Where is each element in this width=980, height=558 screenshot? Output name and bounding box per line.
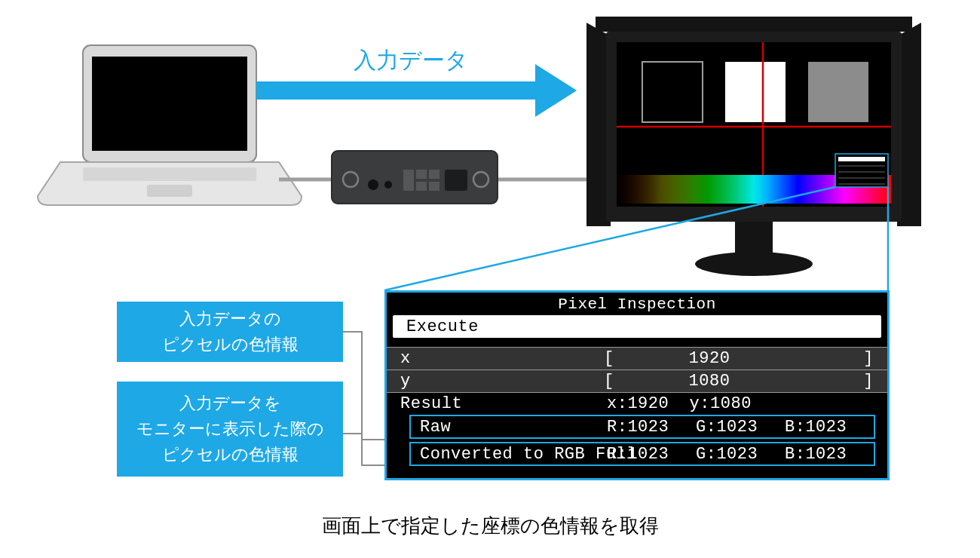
- svg-rect-1: [92, 57, 247, 151]
- raw-data-label-box: 入力データの ピクセルの色情報: [117, 302, 343, 362]
- label-line: ピクセルの色情報: [123, 442, 337, 468]
- result-label: Result: [400, 394, 607, 413]
- label-line: 入力データの: [123, 306, 337, 332]
- svg-rect-12: [416, 182, 427, 191]
- pixel-inspection-osd: Pixel Inspection Execute x [ 1920 ] y [ …: [384, 290, 890, 480]
- raw-result-row: Raw R:1023 G:1023 B:1023: [409, 415, 875, 439]
- converted-result-row: Converted to RGB Full R:1023 G:1023 B:10…: [409, 442, 875, 466]
- svg-rect-11: [416, 170, 427, 179]
- raw-label: Raw: [420, 418, 607, 437]
- converted-data-label-box: 入力データを モニターに表示した際の ピクセルの色情報: [117, 382, 343, 477]
- label-line: ピクセルの色情報: [123, 332, 337, 357]
- osd-title: Pixel Inspection: [387, 293, 887, 315]
- y-row[interactable]: y [ 1080 ]: [387, 369, 887, 392]
- svg-marker-5: [535, 64, 577, 117]
- svg-point-23: [695, 252, 813, 276]
- x-label: x: [400, 349, 604, 368]
- svg-rect-2: [83, 167, 256, 181]
- y-value: 1080: [634, 372, 785, 391]
- svg-rect-14: [429, 182, 439, 191]
- laptop-icon: [38, 45, 302, 205]
- bracket-icon: [: [604, 372, 634, 391]
- svg-rect-15: [445, 170, 467, 191]
- bracket-icon: ]: [785, 372, 874, 391]
- raw-b-value: B:1023: [785, 418, 847, 437]
- label-line: モニターに表示した際の: [123, 416, 337, 442]
- converter-box-icon: [332, 151, 498, 204]
- conv-r-value: R:1023: [607, 445, 696, 464]
- conv-g-value: G:1023: [696, 445, 785, 464]
- x-row[interactable]: x [ 1920 ]: [387, 347, 887, 369]
- raw-g-value: G:1023: [696, 418, 785, 437]
- svg-rect-32: [838, 157, 885, 161]
- result-row: Result x:1920 y:1080: [387, 392, 887, 415]
- svg-rect-3: [147, 185, 192, 197]
- execute-button[interactable]: Execute: [393, 315, 881, 338]
- svg-rect-13: [429, 170, 439, 179]
- svg-rect-4: [256, 81, 535, 100]
- svg-rect-22: [735, 222, 773, 256]
- svg-rect-25: [725, 62, 786, 122]
- svg-rect-19: [596, 17, 912, 32]
- bracket-icon: [: [604, 349, 634, 368]
- converted-label: Converted to RGB Full: [420, 445, 607, 464]
- svg-rect-10: [403, 170, 414, 191]
- conv-b-value: B:1023: [785, 445, 847, 464]
- monitor-icon: [586, 17, 921, 276]
- y-label: y: [400, 372, 604, 391]
- label-line: 入力データを: [123, 391, 337, 416]
- raw-r-value: R:1023: [607, 418, 696, 437]
- svg-rect-26: [808, 62, 868, 122]
- svg-point-8: [368, 179, 378, 190]
- input-data-label: 入力データ: [286, 45, 535, 76]
- bracket-icon: ]: [785, 349, 874, 368]
- svg-rect-6: [332, 151, 498, 204]
- svg-point-9: [384, 181, 392, 189]
- x-value: 1920: [634, 349, 785, 368]
- diagram-caption: 画面上で指定した座標の色情報を取得: [226, 513, 754, 539]
- result-coords: x:1920 y:1080: [607, 394, 752, 413]
